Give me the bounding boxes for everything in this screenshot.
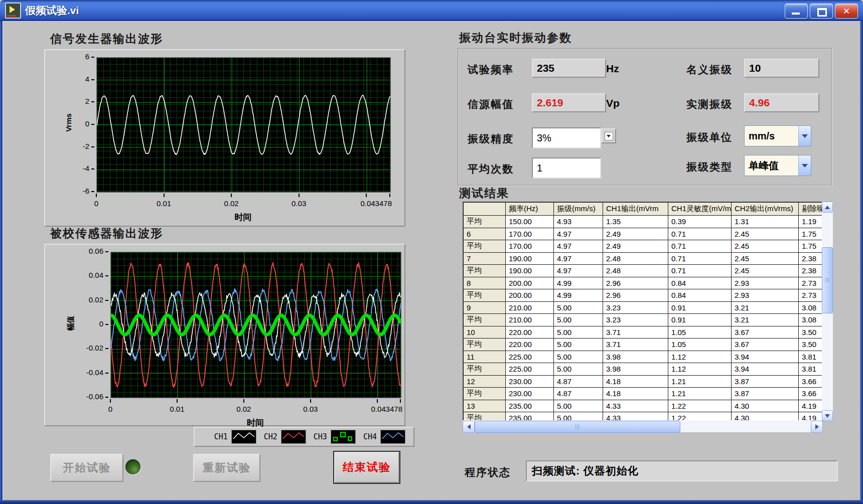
table-cell[interactable]: 2.93 [732,277,799,289]
titlebar[interactable]: 假频试验.vi ✕ [0,0,863,21]
table-cell[interactable]: 4.18 [603,388,668,400]
table-cell[interactable]: 210.00 [506,301,554,314]
table-cell[interactable]: 5.00 [554,301,603,314]
table-cell[interactable]: 220.00 [506,339,554,351]
table-cell[interactable]: 3.08 [799,314,823,326]
table-cell[interactable]: 4.99 [554,289,603,302]
table-cell[interactable]: 4.97 [554,265,603,277]
table-cell[interactable]: 3.87 [732,388,799,400]
table-cell[interactable]: 2.96 [603,289,668,302]
table-cell[interactable]: 3.98 [603,351,668,363]
table-row-label[interactable]: 7 [464,252,506,265]
table-cell[interactable]: 2.96 [603,277,668,289]
table-cell[interactable]: 3.21 [732,314,799,326]
table-row[interactable]: 平均190.004.972.480.712.452.38 [464,265,823,277]
table-cell[interactable]: 4.33 [603,400,668,412]
table-row[interactable]: 10220.005.003.711.053.673.50 [464,326,823,339]
table-cell[interactable]: 220.00 [506,326,554,339]
table-cell[interactable]: 3.23 [603,314,668,326]
table-row-label[interactable]: 平均 [464,240,506,253]
table-cell[interactable]: 2.93 [732,289,799,302]
table-cell[interactable]: 0.91 [668,301,732,314]
table-row[interactable]: 11225.005.003.981.123.943.81 [464,351,823,363]
table-cell[interactable]: 0.71 [668,240,732,253]
table-cell[interactable]: 3.81 [799,351,823,363]
table-row[interactable]: 平均200.004.992.960.842.932.73 [464,289,823,302]
table-cell[interactable]: 2.73 [799,277,823,289]
table-row-label[interactable]: 平均 [464,314,506,326]
close-button[interactable]: ✕ [835,4,858,19]
minimize-button[interactable] [785,4,808,19]
table-cell[interactable]: 4.97 [554,228,603,240]
table-cell[interactable]: 2.45 [732,265,799,277]
table-cell[interactable]: 3.71 [603,326,668,339]
table-row[interactable]: 6170.004.972.490.712.451.75 [464,228,823,240]
table-cell[interactable]: 200.00 [506,277,554,289]
table-row-label[interactable]: 平均 [464,216,506,228]
table-cell[interactable]: 2.45 [732,228,799,240]
table-cell[interactable]: 235.00 [506,400,554,412]
table-cell[interactable]: 3.94 [732,363,799,376]
table-cell[interactable]: 3.71 [603,339,668,351]
table-cell[interactable]: 5.00 [554,339,603,351]
table-row[interactable]: 9210.005.003.230.913.213.08 [464,301,823,314]
table-cell[interactable]: 3.87 [732,375,799,388]
legend-item-ch1[interactable]: CH1 [214,430,260,444]
table-cell[interactable]: 4.19 [799,400,823,412]
vertical-scrollbar-thumb[interactable] [822,247,833,313]
table-cell[interactable]: 4.99 [554,277,603,289]
table-cell[interactable]: 2.49 [603,228,668,240]
table-row[interactable]: 平均210.005.003.230.913.213.08 [464,314,823,326]
table-row[interactable]: 平均170.004.972.490.712.451.75 [464,240,823,253]
table-cell[interactable]: 1.21 [668,375,732,388]
table-cell[interactable]: 4.30 [732,400,799,412]
table-cell[interactable]: 230.00 [506,388,554,400]
table-cell[interactable]: 3.67 [732,326,799,339]
table-row-label[interactable]: 平均 [464,289,506,302]
table-cell[interactable]: 2.38 [799,252,823,265]
legend-item-ch2[interactable]: CH2 [264,430,310,444]
table-cell[interactable]: 4.93 [554,216,603,228]
table-cell[interactable]: 0.71 [668,228,732,240]
table-cell[interactable]: 1.12 [668,351,732,363]
table-cell[interactable]: 3.67 [732,339,799,351]
table-cell[interactable]: 3.98 [603,363,668,376]
table-row-label[interactable]: 平均 [464,388,506,400]
table-row-label[interactable]: 11 [464,351,506,363]
table-cell[interactable]: 1.75 [799,240,823,253]
table-cell[interactable]: 200.00 [506,289,554,302]
table-cell[interactable]: 4.97 [554,240,603,253]
table-cell[interactable]: 5.00 [554,363,603,376]
table-cell[interactable]: 225.00 [506,363,554,376]
table-cell[interactable]: 210.00 [506,314,554,326]
table-cell[interactable]: 2.45 [732,252,799,265]
table-row-label[interactable]: 平均 [464,339,506,351]
precision-input[interactable]: 3% [532,127,601,148]
table-row[interactable]: 平均220.005.003.711.053.673.50 [464,339,823,351]
scrollbar-up-button[interactable] [822,202,833,213]
table-cell[interactable]: 4.87 [554,375,603,388]
table-cell[interactable]: 190.00 [506,265,554,277]
table-cell[interactable]: 150.00 [506,216,554,228]
table-cell[interactable]: 0.84 [668,277,732,289]
table-row-label[interactable]: 12 [464,375,506,388]
table-row[interactable]: 平均150.004.931.350.391.311.19 [464,216,823,228]
table-cell[interactable]: 1.35 [603,216,668,228]
end-test-button[interactable]: 结束试验 [334,452,399,483]
results-table-viewport[interactable]: 频率(Hz)振级(mm/s)CH1输出(mVrmCH1灵敏度(mV/mCH2输出… [463,202,823,421]
table-row-label[interactable]: 平均 [464,363,506,376]
scrollbar-down-button[interactable] [822,410,833,421]
table-row-label[interactable]: 8 [464,277,506,289]
table-cell[interactable]: 1.31 [732,216,799,228]
restart-test-button[interactable]: 重新试验 [193,454,260,482]
table-row[interactable]: 平均225.005.003.981.123.943.81 [464,363,823,376]
table-cell[interactable]: 4.18 [603,375,668,388]
table-cell[interactable]: 225.00 [506,351,554,363]
table-cell[interactable]: 2.48 [603,265,668,277]
table-cell[interactable]: 4.87 [554,388,603,400]
vertical-scrollbar[interactable] [822,202,833,420]
table-row[interactable]: 13235.005.004.331.224.304.19 [464,400,823,412]
table-row[interactable]: 12230.004.874.181.213.873.66 [464,375,823,388]
table-cell[interactable]: 1.05 [668,326,732,339]
table-cell[interactable]: 1.22 [668,400,732,412]
